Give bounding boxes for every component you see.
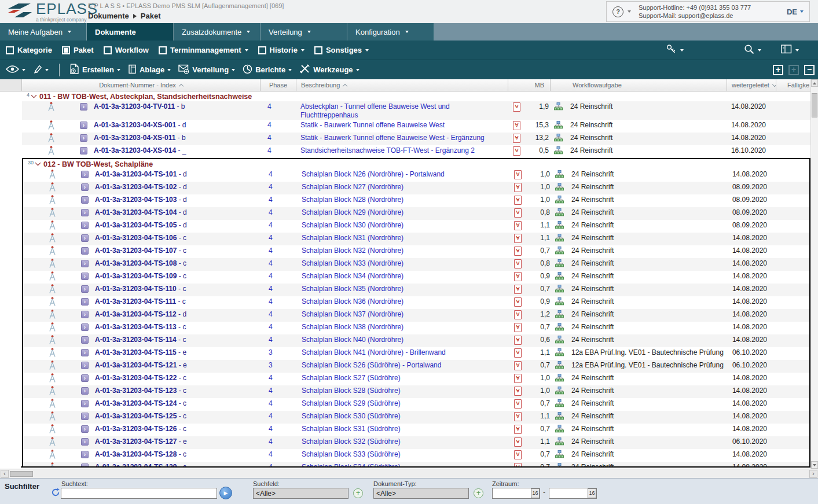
org-chart-icon[interactable] [554,123,563,131]
org-chart-icon[interactable] [555,286,564,295]
pdf-icon[interactable]: A [514,183,522,192]
doc-number[interactable]: A-01-3a-31203-04-TS-121 - e [94,360,262,373]
open-document-button[interactable]: › [81,413,89,420]
vertical-scrollbar-thumb[interactable] [812,93,817,117]
checkbox[interactable] [314,46,322,54]
table-row[interactable]: ›A-01-3a-31203-04-XS-014 - _4Standsicher… [22,145,810,158]
table-row[interactable]: ›A-01-3a-31203-04-XS-001 - d4Statik - Ba… [22,120,810,133]
doc-number[interactable]: A-01-3a-31203-04-TS-104 - d [94,207,262,220]
pdf-icon[interactable]: A [514,247,522,256]
open-document-button[interactable]: › [81,400,89,407]
doc-number[interactable]: A-01-3a-31203-04-TS-126 - c [94,424,262,436]
org-chart-icon[interactable] [555,197,564,205]
collapse-group-icon[interactable] [31,93,37,98]
pdf-icon[interactable]: A [513,102,520,112]
marker-menu[interactable] [33,64,49,75]
open-document-button[interactable]: › [81,438,89,446]
pdf-icon[interactable]: A [514,196,522,205]
pdf-icon[interactable]: A [514,348,522,358]
open-document-button[interactable]: › [81,273,89,280]
columns-menu[interactable] [781,45,799,56]
description-link[interactable]: Schalplan Block N27 (Nordröhre) [298,182,509,194]
pdf-icon[interactable]: A [514,297,522,307]
doc-number[interactable]: A-01-3a-31203-04-XS-014 - _ [93,145,261,158]
open-document-button[interactable]: › [81,374,89,382]
doc-number[interactable]: A-01-3a-31203-04-TS-128 - c [94,449,262,462]
org-chart-icon[interactable] [555,210,564,218]
doc-number[interactable]: A-01-3a-31203-04-XS-001 - d [93,120,261,133]
org-chart-icon[interactable] [555,274,564,282]
view-toggle-kategorie[interactable]: Kategorie [6,46,52,54]
doc-number[interactable]: A-01-3a-31203-04-TS-106 - c [94,233,262,245]
table-row[interactable]: ›A-01-3a-31203-04-TS-123 - c4Schalplan B… [23,385,809,398]
doc-number[interactable]: A-01-3a-31203-04-TS-113 - c [94,322,262,334]
org-chart-icon[interactable] [555,439,564,447]
table-row[interactable]: ›A-01-3a-31203-04-TS-125 - c4Schalplan B… [23,411,809,424]
description-link[interactable]: Schalplan Block N34 (Nordröhre) [298,271,509,284]
suchfeld-input[interactable] [253,488,349,499]
description-link[interactable]: Schalplan Block N38 (Nordröhre) [298,322,509,334]
pdf-icon[interactable]: A [514,323,522,332]
pdf-icon[interactable]: A [514,425,522,434]
add-suchfeld-button[interactable]: + [353,488,363,498]
doc-number[interactable]: A-01-3a-31203-04-TS-123 - c [94,385,262,398]
description-link[interactable]: Schalplan Block N40 (Nordröhre) [298,334,509,347]
key-icon[interactable] [666,44,677,56]
collapse-group-icon[interactable] [35,160,41,166]
description-link[interactable]: Schalplan Block S27 (Südröhre) [298,373,509,385]
table-row[interactable]: ›A-01-3a-31203-04-TS-126 - c4Schalplan B… [23,424,809,436]
pdf-icon[interactable]: A [514,412,522,421]
table-row[interactable]: ›A-01-3a-31203-04-TS-110 - c4Schalplan B… [23,284,809,296]
pdf-icon[interactable]: A [514,374,522,383]
open-document-button[interactable]: › [81,323,89,331]
open-document-button[interactable]: › [81,171,89,178]
column-header-workflowaufgabe[interactable]: Workflowaufgabe [567,79,727,91]
table-row[interactable]: ›A-01-3a-31203-04-TS-111 - c4Schalplan B… [23,296,809,309]
description-link[interactable]: Schalplan Block S32 (Südröhre) [298,436,509,449]
submit-search-button[interactable]: ▶ [219,487,232,499]
breadcrumb-section[interactable]: Dokumente [88,12,129,20]
table-row[interactable]: ›A-01-3a-31203-04-TS-103 - d4Schalplan B… [23,194,809,207]
open-document-button[interactable]: › [80,134,87,142]
org-chart-icon[interactable] [555,261,564,269]
description-link[interactable]: Schalplan Block S33 (Südröhre) [298,449,509,462]
description-link[interactable]: Schalplan Block N26 (Nordröhre) - Portal… [298,169,509,182]
vertical-scrollbar[interactable] [810,79,818,469]
open-document-button[interactable]: › [81,298,89,306]
doc-number[interactable]: A-01-3a-31203-04-TS-110 - c [94,284,262,296]
pdf-icon[interactable]: A [513,134,520,143]
scroll-down-button[interactable] [811,461,818,469]
expand-all-button[interactable]: + [773,65,783,75]
checkbox[interactable] [6,46,14,54]
description-link[interactable]: Schalplan Block S26 (Südröhre) - Portalw… [298,360,509,373]
org-chart-icon[interactable] [555,376,564,384]
help-icon[interactable]: ? [612,6,623,17]
help-caret-icon[interactable] [628,10,631,13]
table-row[interactable]: ›A-01-3a-31203-04-TS-106 - c4Schalplan B… [23,233,809,245]
column-header-beschreibung[interactable]: Beschreibung [296,79,508,91]
open-document-button[interactable]: › [81,234,89,242]
description-link[interactable]: Statik - Bauwerk Tunnel offene Bauweise … [296,120,508,133]
table-row[interactable]: ›A-01-3a-31203-04-TS-121 - e3Schalplan B… [23,360,809,373]
open-document-button[interactable]: › [81,196,89,204]
org-chart-icon[interactable] [555,350,564,358]
checkbox[interactable] [104,46,112,54]
view-toggle-sonstiges[interactable]: Sonstiges [314,46,369,54]
scroll-right-button[interactable]: › [809,470,817,478]
scroll-up-button[interactable] [811,79,818,87]
menu-ablage[interactable]: Ablage [128,64,171,76]
view-toggle-terminmanagement[interactable]: Terminmanagement [159,46,248,54]
open-document-button[interactable]: › [81,451,89,458]
pdf-icon[interactable]: A [514,450,522,459]
org-chart-icon[interactable] [555,452,564,460]
pdf-icon[interactable]: A [514,272,522,281]
description-link[interactable]: Schalplan Block N41 (Nordröhre) - Brille… [298,347,509,360]
description-link[interactable]: Schalplan Block N28 (Nordröhre) [298,194,509,207]
menu-berichte[interactable]: Berichte [243,64,292,76]
doc-number[interactable]: A-01-3a-31203-04-XS-011 - b [93,133,261,145]
org-chart-icon[interactable] [554,104,563,112]
tab-dokumente[interactable]: Dokumente [87,23,174,41]
doc-number[interactable]: A-01-3a-31203-04-TS-127 - e [94,436,262,449]
table-row[interactable]: ›A-01-3a-31203-04-TS-105 - d4Schalplan B… [23,220,809,233]
column-header-mb[interactable]: MB [508,79,551,91]
